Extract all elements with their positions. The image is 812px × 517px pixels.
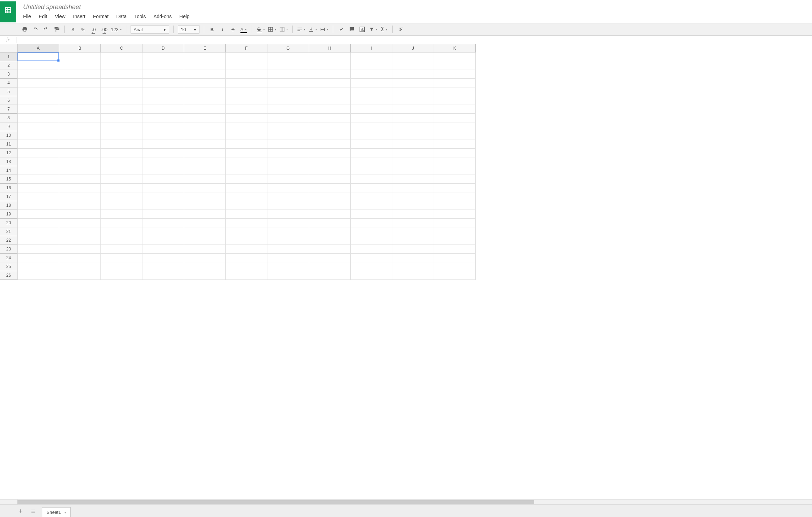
cell-D3[interactable] bbox=[142, 70, 184, 79]
row-header-20[interactable]: 20 bbox=[0, 219, 18, 227]
cell-K25[interactable] bbox=[434, 262, 476, 271]
cell-D18[interactable] bbox=[142, 201, 184, 210]
cell-K6[interactable] bbox=[434, 96, 476, 105]
cell-B23[interactable] bbox=[59, 245, 101, 254]
cell-F17[interactable] bbox=[226, 192, 267, 201]
cell-I10[interactable] bbox=[351, 131, 392, 140]
menu-view[interactable]: View bbox=[55, 14, 65, 19]
cell-E3[interactable] bbox=[184, 70, 226, 79]
cell-D9[interactable] bbox=[142, 122, 184, 131]
format-as-currency-button[interactable]: $ bbox=[69, 25, 77, 34]
cell-C10[interactable] bbox=[101, 131, 142, 140]
print-button[interactable] bbox=[21, 25, 29, 34]
cell-F10[interactable] bbox=[226, 131, 267, 140]
cell-E13[interactable] bbox=[184, 157, 226, 166]
cell-I26[interactable] bbox=[351, 271, 392, 280]
font-family-select[interactable]: Arial ▾ bbox=[131, 25, 169, 34]
cell-G15[interactable] bbox=[267, 175, 309, 184]
menu-insert[interactable]: Insert bbox=[73, 14, 85, 19]
cell-D20[interactable] bbox=[142, 219, 184, 227]
menu-file[interactable]: File bbox=[23, 14, 31, 19]
cell-D21[interactable] bbox=[142, 227, 184, 236]
cell-A25[interactable] bbox=[18, 262, 59, 271]
cell-C26[interactable] bbox=[101, 271, 142, 280]
cell-J5[interactable] bbox=[392, 87, 434, 96]
cell-A19[interactable] bbox=[18, 210, 59, 219]
cell-K7[interactable] bbox=[434, 105, 476, 114]
cell-H20[interactable] bbox=[309, 219, 351, 227]
cell-I5[interactable] bbox=[351, 87, 392, 96]
row-header-12[interactable]: 12 bbox=[0, 149, 18, 157]
cell-C23[interactable] bbox=[101, 245, 142, 254]
cell-C7[interactable] bbox=[101, 105, 142, 114]
row-header-3[interactable]: 3 bbox=[0, 70, 18, 79]
menu-data[interactable]: Data bbox=[116, 14, 127, 19]
cell-D16[interactable] bbox=[142, 184, 184, 192]
cell-F26[interactable] bbox=[226, 271, 267, 280]
cell-D19[interactable] bbox=[142, 210, 184, 219]
horizontal-align-button[interactable]: ▾ bbox=[297, 25, 306, 34]
cell-H9[interactable] bbox=[309, 122, 351, 131]
row-header-5[interactable]: 5 bbox=[0, 87, 18, 96]
cell-F4[interactable] bbox=[226, 79, 267, 87]
cell-I18[interactable] bbox=[351, 201, 392, 210]
cell-J18[interactable] bbox=[392, 201, 434, 210]
cell-D22[interactable] bbox=[142, 236, 184, 245]
undo-button[interactable] bbox=[31, 25, 39, 34]
horizontal-scrollbar[interactable] bbox=[0, 499, 812, 504]
cell-D11[interactable] bbox=[142, 140, 184, 149]
cell-J8[interactable] bbox=[392, 114, 434, 122]
cell-G5[interactable] bbox=[267, 87, 309, 96]
cell-K1[interactable] bbox=[434, 52, 476, 61]
cell-I20[interactable] bbox=[351, 219, 392, 227]
row-header-6[interactable]: 6 bbox=[0, 96, 18, 105]
cell-H6[interactable] bbox=[309, 96, 351, 105]
cell-E4[interactable] bbox=[184, 79, 226, 87]
cell-G13[interactable] bbox=[267, 157, 309, 166]
cell-I7[interactable] bbox=[351, 105, 392, 114]
row-header-22[interactable]: 22 bbox=[0, 236, 18, 245]
cell-J11[interactable] bbox=[392, 140, 434, 149]
menu-format[interactable]: Format bbox=[93, 14, 108, 19]
cell-G1[interactable] bbox=[267, 52, 309, 61]
select-all-corner[interactable] bbox=[0, 44, 18, 52]
cell-G11[interactable] bbox=[267, 140, 309, 149]
cell-A8[interactable] bbox=[18, 114, 59, 122]
cell-C17[interactable] bbox=[101, 192, 142, 201]
cell-A23[interactable] bbox=[18, 245, 59, 254]
cell-A1[interactable] bbox=[18, 52, 59, 61]
cell-K21[interactable] bbox=[434, 227, 476, 236]
cell-D6[interactable] bbox=[142, 96, 184, 105]
cell-G17[interactable] bbox=[267, 192, 309, 201]
cell-I8[interactable] bbox=[351, 114, 392, 122]
row-header-14[interactable]: 14 bbox=[0, 166, 18, 175]
cell-A22[interactable] bbox=[18, 236, 59, 245]
cell-B14[interactable] bbox=[59, 166, 101, 175]
cell-F23[interactable] bbox=[226, 245, 267, 254]
cell-J6[interactable] bbox=[392, 96, 434, 105]
cell-C25[interactable] bbox=[101, 262, 142, 271]
cell-C15[interactable] bbox=[101, 175, 142, 184]
row-header-1[interactable]: 1 bbox=[0, 52, 18, 61]
cell-K20[interactable] bbox=[434, 219, 476, 227]
row-header-23[interactable]: 23 bbox=[0, 245, 18, 254]
formula-input[interactable] bbox=[16, 36, 812, 44]
add-sheet-button[interactable] bbox=[17, 507, 24, 515]
row-header-25[interactable]: 25 bbox=[0, 262, 18, 271]
cell-E26[interactable] bbox=[184, 271, 226, 280]
row-header-2[interactable]: 2 bbox=[0, 61, 18, 70]
cell-J19[interactable] bbox=[392, 210, 434, 219]
cell-B21[interactable] bbox=[59, 227, 101, 236]
cell-F12[interactable] bbox=[226, 149, 267, 157]
cell-I6[interactable] bbox=[351, 96, 392, 105]
cell-F2[interactable] bbox=[226, 61, 267, 70]
cell-H22[interactable] bbox=[309, 236, 351, 245]
cell-A12[interactable] bbox=[18, 149, 59, 157]
cell-G2[interactable] bbox=[267, 61, 309, 70]
insert-chart-button[interactable] bbox=[358, 25, 366, 34]
cell-B6[interactable] bbox=[59, 96, 101, 105]
cell-K22[interactable] bbox=[434, 236, 476, 245]
cell-B13[interactable] bbox=[59, 157, 101, 166]
cell-C3[interactable] bbox=[101, 70, 142, 79]
cell-E6[interactable] bbox=[184, 96, 226, 105]
